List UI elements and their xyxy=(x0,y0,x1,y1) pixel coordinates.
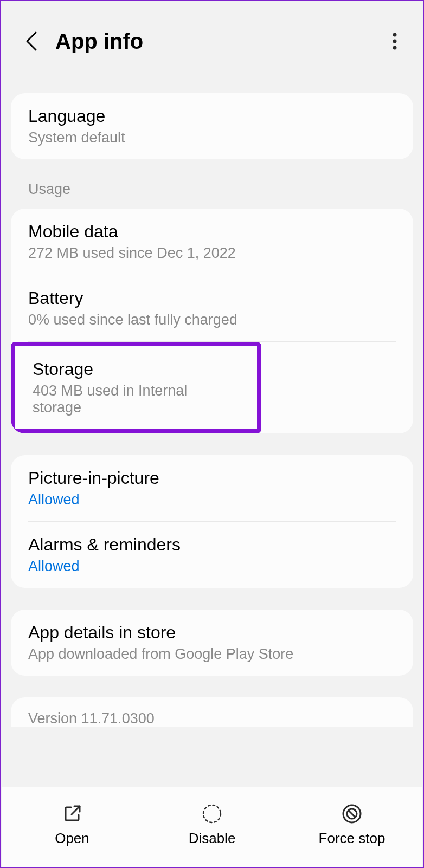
alarms-title: Alarms & reminders xyxy=(28,535,396,555)
bottom-bar: Open Disable Force stop xyxy=(2,787,422,867)
store-subtitle: App downloaded from Google Play Store xyxy=(28,646,396,663)
svg-point-3 xyxy=(203,805,221,822)
mobile-data-title: Mobile data xyxy=(28,222,396,242)
store-title: App details in store xyxy=(28,623,396,643)
pip-status: Allowed xyxy=(28,491,396,508)
usage-card: Mobile data 272 MB used since Dec 1, 202… xyxy=(11,209,413,433)
disable-icon xyxy=(202,804,222,824)
mobile-data-item[interactable]: Mobile data 272 MB used since Dec 1, 202… xyxy=(11,209,413,275)
more-options-button[interactable] xyxy=(384,30,406,52)
back-icon xyxy=(24,30,39,52)
force-stop-icon xyxy=(342,804,362,824)
version-card: Version 11.71.0300 xyxy=(11,697,413,727)
store-item[interactable]: App details in store App downloaded from… xyxy=(11,610,413,676)
language-item[interactable]: Language System default xyxy=(11,93,413,159)
header: App info xyxy=(1,1,423,77)
back-button[interactable] xyxy=(21,30,42,52)
svg-point-0 xyxy=(393,33,397,37)
pip-title: Picture-in-picture xyxy=(28,468,396,488)
storage-title: Storage xyxy=(33,359,240,379)
page-title: App info xyxy=(55,29,384,54)
permissions-card: Picture-in-picture Allowed Alarms & remi… xyxy=(11,455,413,588)
language-card: Language System default xyxy=(11,93,413,159)
svg-point-1 xyxy=(393,40,397,43)
mobile-data-subtitle: 272 MB used since Dec 1, 2022 xyxy=(28,245,396,262)
disable-button[interactable]: Disable xyxy=(142,803,282,847)
force-stop-button[interactable]: Force stop xyxy=(282,803,422,847)
battery-item[interactable]: Battery 0% used since last fully charged xyxy=(11,275,413,341)
open-icon xyxy=(62,804,82,824)
open-label: Open xyxy=(55,830,89,847)
pip-item[interactable]: Picture-in-picture Allowed xyxy=(11,455,413,521)
force-stop-label: Force stop xyxy=(319,830,386,847)
storage-subtitle: 403 MB used in Internal storage xyxy=(33,383,240,416)
svg-point-2 xyxy=(393,46,397,50)
storage-item[interactable]: Storage 403 MB used in Internal storage xyxy=(11,342,261,433)
more-vertical-icon xyxy=(393,33,397,50)
store-card: App details in store App downloaded from… xyxy=(11,610,413,676)
version-text: Version 11.71.0300 xyxy=(28,710,396,727)
alarms-status: Allowed xyxy=(28,558,396,575)
alarms-item[interactable]: Alarms & reminders Allowed xyxy=(11,522,413,588)
disable-label: Disable xyxy=(189,830,236,847)
battery-title: Battery xyxy=(28,288,396,308)
open-button[interactable]: Open xyxy=(2,803,142,847)
battery-subtitle: 0% used since last fully charged xyxy=(28,312,396,328)
language-title: Language xyxy=(28,106,396,126)
language-subtitle: System default xyxy=(28,129,396,146)
svg-line-6 xyxy=(349,810,356,817)
usage-section-header: Usage xyxy=(1,181,423,209)
